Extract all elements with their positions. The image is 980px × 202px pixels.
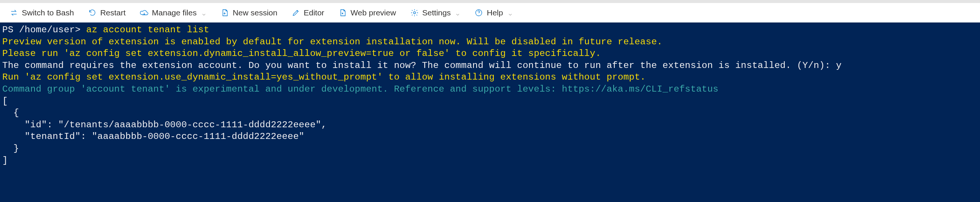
web-preview-button[interactable]: Web preview — [332, 6, 403, 19]
prompt-prefix: PS — [2, 25, 19, 35]
output-line: Run 'az config set extension.use_dynamic… — [2, 72, 646, 82]
help-button[interactable]: Help — [468, 6, 519, 19]
output-line: Preview version of extension is enabled … — [2, 37, 662, 47]
editor-icon — [292, 9, 300, 17]
help-icon — [475, 9, 483, 17]
json-line: } — [2, 143, 19, 154]
help-label: Help — [487, 8, 503, 17]
editor-label: Editor — [304, 8, 325, 17]
command-text: az account tenant list — [86, 25, 210, 35]
new-session-button[interactable]: New session — [214, 6, 284, 19]
prompt-suffix: > — [75, 25, 86, 35]
chevron-down-icon — [201, 10, 207, 15]
web-preview-label: Web preview — [351, 8, 396, 17]
restart-icon — [88, 9, 97, 17]
chevron-down-icon — [455, 10, 460, 15]
output-line: The command requires the extension accou… — [2, 60, 842, 71]
svg-point-0 — [414, 12, 416, 14]
json-line: { — [2, 108, 19, 118]
swap-icon — [10, 9, 18, 17]
json-line: "tenantId": "aaaabbbb-0000-cccc-1111-ddd… — [2, 131, 304, 142]
prompt-path: /home/user — [19, 25, 75, 35]
switch-shell-button[interactable]: Switch to Bash — [3, 6, 81, 19]
switch-shell-label: Switch to Bash — [22, 8, 74, 17]
output-line: Please run 'az config set extension.dyna… — [2, 48, 601, 59]
manage-files-button[interactable]: Manage files — [133, 6, 213, 19]
json-line: "id": "/tenants/aaaabbbb-0000-cccc-1111-… — [2, 120, 327, 130]
settings-button[interactable]: Settings — [404, 6, 468, 19]
gear-icon — [410, 9, 418, 17]
web-preview-icon — [339, 9, 347, 17]
restart-button[interactable]: Restart — [81, 6, 132, 19]
new-session-icon — [221, 9, 229, 17]
settings-label: Settings — [422, 8, 451, 17]
cloud-files-icon — [140, 9, 148, 17]
manage-files-label: Manage files — [152, 8, 197, 17]
cloud-shell-toolbar: Switch to Bash Restart Manage files New … — [0, 3, 980, 22]
new-session-label: New session — [233, 8, 277, 17]
json-line: ] — [2, 156, 8, 165]
chevron-down-icon — [508, 10, 513, 15]
restart-label: Restart — [100, 8, 126, 17]
terminal-output[interactable]: PS /home/user> az account tenant list Pr… — [0, 22, 980, 202]
output-line: Command group 'account tenant' is experi… — [2, 84, 719, 94]
json-line: [ — [2, 96, 8, 106]
editor-button[interactable]: Editor — [285, 6, 331, 19]
